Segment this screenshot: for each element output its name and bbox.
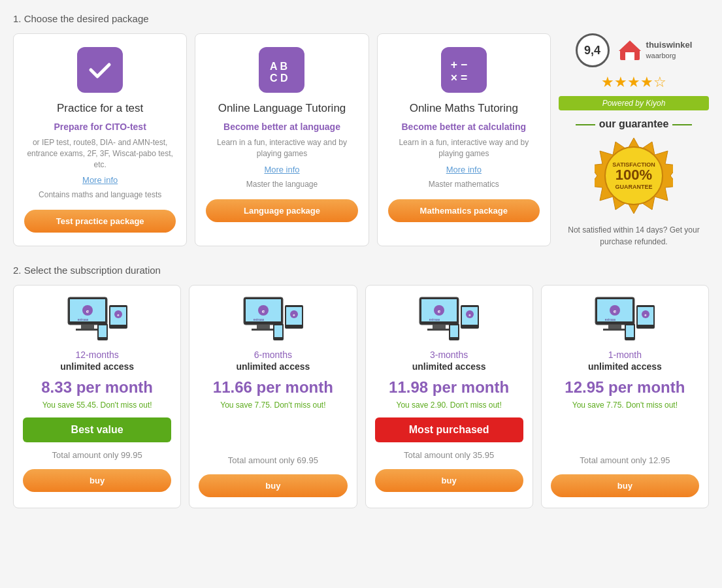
svg-text:C D: C D [270, 73, 288, 84]
practice-subtitle: Prepare for CITO-test [24, 122, 176, 132]
powered-bar: Powered by Kiyoh [559, 96, 709, 110]
sub-1-save: You save 7.75. Don't miss out! [551, 400, 699, 410]
svg-text:e: e [614, 308, 617, 314]
maths-icon: + − × = [441, 47, 487, 93]
svg-text:e: e [438, 308, 441, 314]
sub-3-access: unlimited access [375, 361, 523, 372]
sub-1-buy[interactable]: buy [551, 474, 699, 497]
sub-6-duration: 6-months [199, 350, 347, 360]
svg-text:e: e [262, 308, 265, 314]
sub-12-duration: 12-months [23, 350, 171, 360]
practice-contains: Contains maths and language tests [24, 190, 176, 199]
svg-text:extraas: extraas [77, 318, 88, 321]
maths-title: Online Maths Tutoring [388, 102, 540, 115]
language-desc: Learn in a fun, interactive way and by p… [206, 137, 357, 159]
sub-6-badge-empty [199, 417, 347, 448]
sub-12-price: 8.33 per month [23, 378, 171, 397]
step2-title: 2. Select the subscription duration [13, 265, 709, 276]
svg-rect-27 [257, 325, 270, 329]
sub-1-price: 12.95 per month [551, 378, 699, 397]
svg-text:× =: × = [451, 71, 467, 84]
sub-3months: e extraas e 3-months unlimited access 11… [365, 285, 533, 508]
svg-rect-14 [81, 325, 94, 329]
device-icon-1: e extraas e [585, 296, 664, 342]
device-icon-3: e extraas e [410, 296, 488, 342]
sub-1-badge-empty [551, 417, 699, 448]
svg-rect-45 [450, 325, 458, 337]
sub-6-buy[interactable]: buy [199, 474, 347, 497]
maths-more-info[interactable]: More info [388, 165, 540, 174]
svg-text:extraas: extraas [429, 318, 440, 321]
sidebar: 9,4 thuiswinkel waarborg [559, 33, 709, 265]
device-icon-6: e extraas e [234, 296, 312, 342]
maths-desc: Learn in a fun, interactive way and by p… [388, 137, 540, 159]
sub-12months: e extraas e 12-months unlimited access 8… [13, 285, 181, 508]
language-title: Online Language Tutoring [206, 102, 357, 115]
rating-box: 9,4 thuiswinkel waarborg [559, 33, 709, 67]
svg-rect-6 [625, 52, 634, 60]
sub-1-access: unlimited access [551, 361, 699, 372]
svg-rect-19 [99, 325, 107, 337]
svg-rect-58 [626, 325, 634, 337]
language-button[interactable]: Language package [206, 199, 357, 222]
package-language: A B C D Online Language Tutoring Become … [195, 33, 369, 246]
sub-6-total: Total amount only 69.95 [199, 455, 347, 465]
language-more-info[interactable]: More info [206, 165, 357, 174]
package-practice: Practice for a test Prepare for CITO-tes… [13, 33, 187, 246]
svg-text:extraas: extraas [605, 318, 616, 321]
guarantee-seal: SATISFACTION 100% GUARANTEE [595, 137, 673, 215]
sub-6months: e extraas e 6-months unlimited access 11… [189, 285, 357, 508]
svg-marker-5 [619, 41, 641, 51]
sub-3-save: You save 2.90. Don't miss out! [375, 400, 523, 410]
svg-rect-40 [433, 325, 446, 329]
rating-badge: 9,4 [576, 33, 610, 67]
practice-desc: or IEP test, route8, DIA- and AMN-test, … [24, 137, 176, 170]
sub-12-access: unlimited access [23, 361, 171, 372]
svg-rect-15 [76, 329, 99, 331]
svg-text:GUARANTEE: GUARANTEE [615, 184, 652, 190]
sub-6-price: 11.66 per month [199, 378, 347, 397]
sub-12-total: Total amount only 99.95 [23, 450, 171, 460]
svg-rect-41 [427, 329, 451, 331]
svg-text:e: e [86, 308, 89, 314]
sub-3-duration: 3-months [375, 350, 523, 360]
thuiswinkel-label: thuiswinkel waarborg [646, 40, 693, 60]
practice-title: Practice for a test [24, 102, 176, 115]
language-contains: Master the language [206, 180, 357, 189]
language-icon: A B C D [259, 47, 304, 93]
svg-rect-54 [603, 329, 627, 331]
sub-12-save: You save 55.45. Don't miss out! [23, 400, 171, 410]
svg-text:A B: A B [270, 61, 287, 72]
sub-3-total: Total amount only 35.95 [375, 450, 523, 460]
svg-text:+ −: + − [451, 58, 467, 71]
best-value-badge: Best value [23, 417, 171, 442]
sub-3-buy[interactable]: buy [375, 469, 523, 492]
practice-button[interactable]: Test practice package [24, 210, 176, 233]
sub-6-access: unlimited access [199, 361, 347, 372]
maths-button[interactable]: Mathematics package [388, 199, 540, 222]
sub-1-duration: 1-month [551, 350, 699, 360]
sub-3-price: 11.98 per month [375, 378, 523, 397]
maths-subtitle: Become better at calculating [388, 122, 540, 132]
device-icon-12: e extraas e [58, 296, 137, 342]
not-satisfied-text: Not satisfied within 14 days? Get your p… [559, 224, 709, 248]
practice-more-info[interactable]: More info [24, 175, 176, 185]
svg-rect-32 [274, 325, 282, 337]
stars-rating: ★★★★☆ [559, 74, 709, 91]
most-purchased-badge: Most purchased [375, 417, 523, 442]
maths-contains: Master mathematics [388, 180, 540, 189]
guarantee-title: our guarantee [559, 118, 709, 130]
package-maths: + − × = Online Maths Tutoring Become bet… [377, 33, 551, 246]
svg-rect-28 [252, 329, 275, 331]
practice-icon [77, 47, 123, 93]
sub-12-buy[interactable]: buy [23, 469, 171, 492]
language-subtitle: Become better at language [206, 122, 357, 132]
svg-rect-53 [608, 325, 621, 329]
packages-container: Practice for a test Prepare for CITO-tes… [13, 33, 551, 246]
sub-6-save: You save 7.75. Don't miss out! [199, 400, 347, 410]
sub-1-total: Total amount only 12.95 [551, 455, 699, 465]
step1-title: 1. Choose the desired package [13, 13, 709, 24]
sub-1month: e extraas e 1-month unlimited access 12.… [541, 285, 709, 508]
subscriptions-container: e extraas e 12-months unlimited access 8… [13, 285, 709, 508]
svg-text:100%: 100% [615, 167, 652, 183]
